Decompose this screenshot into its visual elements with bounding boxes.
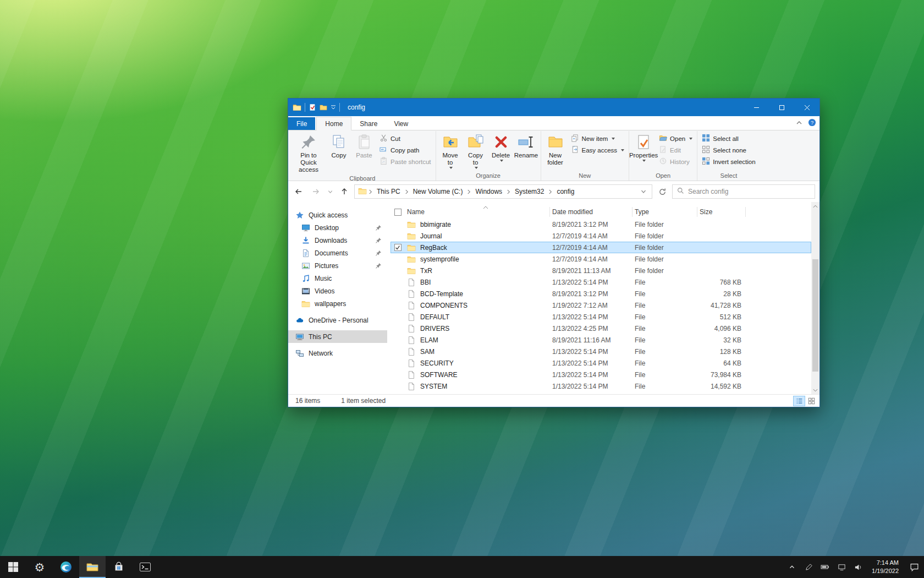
header-checkbox[interactable] [391, 207, 405, 217]
breadcrumb-segment[interactable]: Windows [471, 186, 506, 197]
icons-view-button[interactable] [805, 396, 817, 406]
taskbar-clock[interactable]: 7:14 AM 1/19/2022 [866, 556, 904, 578]
start-button[interactable] [0, 556, 26, 578]
copy-to-button[interactable]: Copy to [463, 131, 488, 170]
tray-chevron-up-icon[interactable] [784, 556, 800, 578]
invert-selection-button[interactable]: Invert selection [699, 156, 758, 167]
cut-button[interactable]: Cut [377, 133, 434, 144]
column-header-type[interactable]: Type [632, 207, 697, 217]
minimize-button[interactable] [744, 99, 769, 116]
scroll-down-icon[interactable] [811, 386, 820, 394]
column-header-date-modified[interactable]: Date modified [550, 207, 632, 217]
copy-path-button[interactable]: Copy path [377, 144, 434, 156]
search-box[interactable] [672, 184, 815, 199]
help-icon[interactable]: ? [808, 118, 816, 128]
tab-file[interactable]: File [288, 117, 315, 130]
refresh-icon[interactable] [655, 184, 669, 199]
store-taskbar-icon[interactable] [106, 556, 132, 578]
tab-view[interactable]: View [386, 117, 416, 130]
close-button[interactable] [794, 99, 820, 116]
settings-taskbar-icon[interactable]: ⚙ [26, 556, 53, 578]
scrollbar-thumb[interactable] [812, 259, 818, 372]
file-size: 41,728 KB [697, 302, 746, 309]
ribbon-collapse-icon[interactable] [796, 119, 802, 128]
qat-new-folder-icon[interactable] [320, 103, 327, 111]
edit-button[interactable]: Edit [656, 144, 695, 156]
edge-taskbar-icon[interactable] [53, 556, 79, 578]
file-row[interactable]: TxR8/19/2021 11:13 AMFile folder [391, 265, 811, 276]
sidebar-item-this-pc[interactable]: This PC [288, 330, 387, 343]
file-row[interactable]: BCD-Template8/19/2021 3:12 PMFile28 KB [391, 288, 811, 299]
file-row[interactable]: RegBack12/7/2019 4:14 AMFile folder [391, 242, 811, 253]
history-button[interactable]: History [656, 156, 695, 167]
address-dropdown-icon[interactable] [637, 189, 650, 194]
row-checkbox[interactable] [394, 244, 402, 251]
paste-button[interactable]: Paste [351, 131, 377, 160]
pin-to-quick-access-button[interactable]: Pin to Quick access [291, 131, 326, 175]
properties-button[interactable]: Properties [631, 131, 656, 162]
breadcrumb-segment[interactable]: New Volume (C:) [409, 186, 467, 197]
file-row[interactable]: SECURITY1/13/2022 5:14 PMFile64 KB [391, 357, 811, 369]
qat-customize-icon[interactable] [331, 105, 336, 110]
details-view-button[interactable] [793, 396, 805, 406]
forward-button[interactable] [309, 184, 323, 199]
scroll-up-icon[interactable] [811, 202, 820, 210]
tab-home[interactable]: Home [316, 117, 351, 130]
action-center-icon[interactable] [904, 556, 924, 578]
up-button[interactable] [337, 184, 351, 199]
file-row[interactable]: systemprofile12/7/2019 4:14 AMFile folde… [391, 253, 811, 265]
address-bar[interactable]: This PCNew Volume (C:)WindowsSystem32con… [354, 184, 652, 199]
sidebar-item-onedrive-personal[interactable]: OneDrive - Personal [288, 314, 387, 326]
column-header-name[interactable]: Name [405, 207, 550, 217]
file-row[interactable]: bbimigrate8/19/2021 3:12 PMFile folder [391, 219, 811, 230]
easy-access-button[interactable]: Easy access [568, 144, 628, 156]
scrollbar-track[interactable] [811, 210, 820, 386]
file-row[interactable]: SYSTEM1/13/2022 5:14 PMFile14,592 KB [391, 380, 811, 392]
file-row[interactable]: Journal12/7/2019 4:14 AMFile folder [391, 230, 811, 242]
new-folder-button[interactable]: New folder [543, 131, 568, 167]
file-row[interactable]: DRIVERS1/13/2022 4:25 PMFile4,096 KB [391, 323, 811, 334]
column-header-size[interactable]: Size [697, 207, 746, 217]
paste-shortcut-button[interactable]: Paste shortcut [377, 156, 434, 167]
move-to-button[interactable]: Move to [438, 131, 463, 170]
qat-properties-icon[interactable] [309, 103, 316, 111]
tray-battery-icon[interactable] [817, 556, 833, 578]
sidebar-item-quick-access[interactable]: Quick access [288, 209, 387, 221]
sidebar-item-pictures[interactable]: Pictures [288, 259, 387, 272]
select-all-button[interactable]: Select all [699, 133, 758, 144]
sidebar-item-documents[interactable]: Documents [288, 247, 387, 259]
rename-button[interactable]: Rename [514, 131, 539, 160]
search-input[interactable] [688, 188, 810, 195]
delete-button[interactable]: Delete [488, 131, 514, 162]
select-none-button[interactable]: Select none [699, 144, 758, 156]
file-row[interactable]: BBI1/13/2022 5:14 PMFile768 KB [391, 276, 811, 288]
sidebar-item-desktop[interactable]: Desktop [288, 221, 387, 234]
file-row[interactable]: SOFTWARE1/13/2022 5:14 PMFile73,984 KB [391, 369, 811, 380]
tray-volume-icon[interactable] [850, 556, 866, 578]
sidebar-item-wallpapers[interactable]: wallpapers [288, 297, 387, 310]
breadcrumb-segment[interactable]: config [553, 186, 578, 197]
sidebar-item-music[interactable]: Music [288, 272, 387, 285]
breadcrumb-segment[interactable]: This PC [373, 186, 404, 197]
vertical-scrollbar[interactable] [811, 202, 820, 394]
file-row[interactable]: DEFAULT1/13/2022 5:14 PMFile512 KB [391, 311, 811, 323]
open-button[interactable]: Open [656, 133, 695, 144]
sidebar-item-downloads[interactable]: Downloads [288, 234, 387, 247]
maximize-button[interactable] [769, 99, 794, 116]
sidebar-item-videos[interactable]: Videos [288, 285, 387, 297]
tray-network-icon[interactable] [833, 556, 850, 578]
sidebar-item-network[interactable]: Network [288, 347, 387, 359]
file-explorer-taskbar-icon[interactable] [79, 556, 106, 578]
tray-pen-icon[interactable] [800, 556, 817, 578]
file-row[interactable]: SAM1/13/2022 5:14 PMFile128 KB [391, 346, 811, 357]
sort-ascending-icon[interactable] [483, 203, 488, 211]
copy-button[interactable]: Copy [326, 131, 351, 160]
tab-share[interactable]: Share [351, 117, 386, 130]
file-row[interactable]: ELAM8/19/2021 11:16 AMFile32 KB [391, 334, 811, 346]
breadcrumb-segment[interactable]: System32 [511, 186, 548, 197]
command-prompt-taskbar-icon[interactable] [132, 556, 158, 578]
new-item-button[interactable]: New item [568, 133, 628, 144]
recent-locations-icon[interactable] [326, 184, 334, 199]
back-button[interactable] [292, 184, 306, 199]
file-row[interactable]: COMPONENTS1/19/2022 7:12 AMFile41,728 KB [391, 299, 811, 311]
